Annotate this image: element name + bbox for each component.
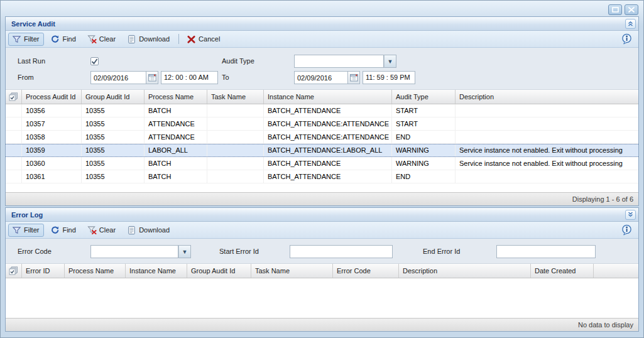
window-titlebar xyxy=(1,1,643,16)
find-button[interactable]: Find xyxy=(46,224,80,237)
cell-description xyxy=(456,104,638,117)
cancel-button[interactable]: Cancel xyxy=(183,33,225,46)
table-row[interactable]: 10357 10355 ATTENDANCE BATCH_ATTENDANCE:… xyxy=(6,117,638,131)
service-audit-toolbar: Filter Find Clear Download xyxy=(6,31,638,48)
row-selector-cell xyxy=(6,157,22,170)
service-audit-filter-form: Last Run Audit Type ▼ From 12: 00 : 00 A… xyxy=(6,48,638,90)
clear-button[interactable]: Clear xyxy=(84,33,121,46)
find-refresh-icon xyxy=(50,226,60,235)
maximize-icon xyxy=(612,7,619,13)
cell-audit-type: START xyxy=(392,104,456,117)
find-button-label: Find xyxy=(62,226,75,234)
collapse-down-button[interactable] xyxy=(625,210,636,220)
find-refresh-icon xyxy=(50,35,60,44)
table-row[interactable]: 10356 10355 BATCH BATCH_ATTENDANCE START xyxy=(6,104,638,117)
service-grid-header: Process Audit Id Group Audit Id Process … xyxy=(6,90,638,104)
close-button[interactable] xyxy=(625,4,638,15)
cell-task-name xyxy=(207,157,264,170)
cell-group-audit-id: 10355 xyxy=(82,131,145,143)
column-header-error-code[interactable]: Error Code xyxy=(333,264,399,278)
column-header-instance-name[interactable]: Instance Name xyxy=(126,264,187,278)
service-grid-body: 10356 10355 BATCH BATCH_ATTENDANCE START… xyxy=(6,104,638,183)
column-header-description[interactable]: Description xyxy=(399,264,531,278)
from-label: From xyxy=(18,71,34,84)
filter-button[interactable]: Filter xyxy=(8,224,44,237)
toolbar-separator xyxy=(178,34,179,44)
row-selector-cell xyxy=(6,170,22,183)
cell-audit-type: START xyxy=(392,117,456,130)
error-code-combo[interactable] xyxy=(90,245,178,258)
column-header-task-name[interactable]: Task Name xyxy=(251,264,333,278)
info-button[interactable] xyxy=(619,33,635,46)
cell-description xyxy=(456,131,638,143)
download-button[interactable]: Download xyxy=(123,224,175,237)
from-time-field[interactable]: 12: 00 : 00 AM xyxy=(161,71,218,84)
find-button[interactable]: Find xyxy=(46,33,80,46)
start-error-id-input[interactable] xyxy=(290,245,393,258)
cell-group-audit-id: 10355 xyxy=(82,104,145,117)
clear-button[interactable]: Clear xyxy=(84,224,121,237)
column-header-group-audit-id[interactable]: Group Audit Id xyxy=(82,90,145,104)
to-label: To xyxy=(222,71,229,84)
error-code-label: Error Code xyxy=(18,245,52,258)
cell-process-audit-id: 10361 xyxy=(22,170,82,183)
cell-instance-name: BATCH_ATTENDANCE:ATTENDANCE xyxy=(264,117,392,130)
close-icon xyxy=(628,7,635,13)
service-audit-header: Service Audit xyxy=(6,17,638,31)
column-header-group-audit-id[interactable]: Group Audit Id xyxy=(187,264,251,278)
from-date-calendar-icon[interactable] xyxy=(146,71,158,84)
collapse-up-button[interactable] xyxy=(625,19,636,29)
end-error-id-input[interactable] xyxy=(496,245,596,258)
column-header-process-name[interactable]: Process Name xyxy=(65,264,126,278)
cell-audit-type: WARNING xyxy=(392,144,456,156)
cell-process-name: BATCH xyxy=(145,157,207,170)
download-button[interactable]: Download xyxy=(123,33,175,46)
table-row[interactable]: 10358 10355 ATTENDANCE BATCH_ATTENDANCE:… xyxy=(6,131,638,144)
column-header-process-audit-id[interactable]: Process Audit Id xyxy=(22,90,82,104)
filter-icon xyxy=(12,226,21,235)
column-header-error-id[interactable]: Error ID xyxy=(22,264,65,278)
select-all-rows-icon[interactable] xyxy=(6,264,22,278)
audit-type-dropdown-arrow-icon[interactable]: ▼ xyxy=(384,55,396,68)
panel-title: Service Audit xyxy=(11,20,55,28)
column-header-task-name[interactable]: Task Name xyxy=(207,90,264,104)
to-time-field[interactable]: 11: 59 : 59 PM xyxy=(363,71,415,84)
table-row-selected[interactable]: 10359 10355 LABOR_ALL BATCH_ATTENDANCE:L… xyxy=(6,144,638,157)
find-button-label: Find xyxy=(62,35,75,43)
cell-process-name: BATCH xyxy=(145,104,207,117)
service-audit-statusbar: Displaying 1 - 6 of 6 xyxy=(6,192,638,205)
audit-type-combo[interactable] xyxy=(294,55,384,68)
last-run-checkbox[interactable] xyxy=(90,57,99,65)
download-document-icon xyxy=(127,35,136,44)
cell-group-audit-id: 10355 xyxy=(82,117,145,130)
column-header-date-created[interactable]: Date Created xyxy=(531,264,594,278)
chevron-up-icon xyxy=(627,20,634,27)
info-icon xyxy=(621,33,633,45)
table-row[interactable]: 10360 10355 BATCH BATCH_ATTENDANCE WARNI… xyxy=(6,157,638,170)
cell-audit-type: END xyxy=(392,131,456,143)
cell-audit-type: WARNING xyxy=(392,157,456,170)
to-date-input[interactable] xyxy=(294,71,348,84)
column-header-description[interactable]: Description xyxy=(456,90,638,104)
start-error-id-label: Start Error Id xyxy=(219,245,259,258)
select-all-rows-icon[interactable] xyxy=(6,90,22,104)
clear-filter-icon xyxy=(87,35,97,44)
cell-description xyxy=(456,117,638,130)
cell-process-audit-id: 10357 xyxy=(22,117,82,130)
column-header-instance-name[interactable]: Instance Name xyxy=(264,90,392,104)
error-log-statusbar: No data to display xyxy=(6,318,638,331)
column-header-audit-type[interactable]: Audit Type xyxy=(392,90,456,104)
table-row[interactable]: 10361 10355 BATCH BATCH_ATTENDANCE END xyxy=(6,170,638,183)
column-header-process-name[interactable]: Process Name xyxy=(145,90,207,104)
maximize-button[interactable] xyxy=(608,4,622,15)
from-date-input[interactable] xyxy=(90,71,146,84)
error-log-panel: Error Log Filter Find xyxy=(5,207,639,332)
filter-button[interactable]: Filter xyxy=(8,33,44,46)
error-grid-header: Error ID Process Name Instance Name Grou… xyxy=(6,264,638,278)
cell-description xyxy=(456,170,638,183)
empty-status-text: No data to display xyxy=(578,321,633,329)
error-log-header: Error Log xyxy=(6,208,638,222)
to-date-calendar-icon[interactable] xyxy=(348,71,360,84)
error-code-dropdown-arrow-icon[interactable]: ▼ xyxy=(178,245,191,258)
info-button[interactable] xyxy=(619,224,635,237)
